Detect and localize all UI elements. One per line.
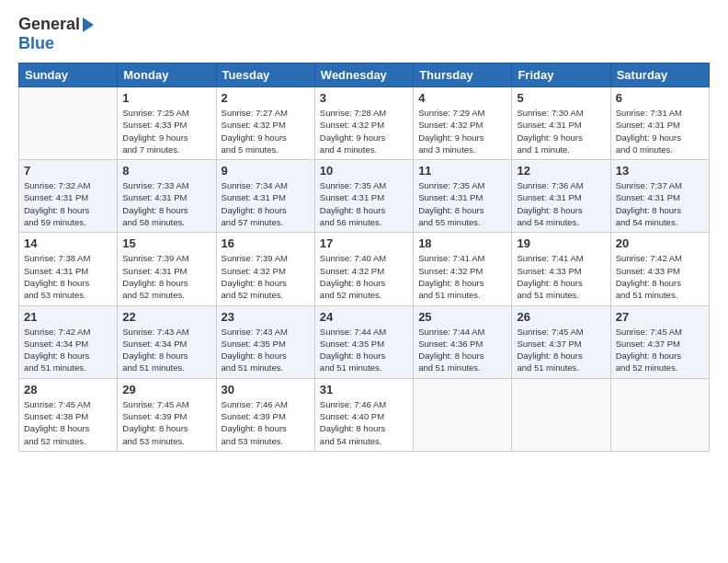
calendar-cell: 30Sunrise: 7:46 AM Sunset: 4:39 PM Dayli…: [216, 378, 314, 451]
day-number: 19: [517, 236, 605, 250]
day-info: Sunrise: 7:39 AM Sunset: 4:32 PM Dayligh…: [222, 252, 310, 301]
calendar-cell: 5Sunrise: 7:30 AM Sunset: 4:31 PM Daylig…: [512, 87, 610, 160]
day-info: Sunrise: 7:45 AM Sunset: 4:37 PM Dayligh…: [517, 326, 605, 374]
calendar-cell: 13Sunrise: 7:37 AM Sunset: 4:31 PM Dayli…: [610, 160, 709, 233]
day-number: 3: [320, 91, 408, 105]
day-number: 31: [320, 383, 408, 396]
calendar-row: 7Sunrise: 7:32 AM Sunset: 4:31 PM Daylig…: [19, 160, 710, 233]
calendar-cell: 26Sunrise: 7:45 AM Sunset: 4:37 PM Dayli…: [512, 305, 610, 378]
day-info: Sunrise: 7:37 AM Sunset: 4:31 PM Dayligh…: [616, 179, 704, 228]
calendar-cell: [512, 378, 610, 451]
day-info: Sunrise: 7:46 AM Sunset: 4:39 PM Dayligh…: [222, 398, 310, 447]
calendar-row: 28Sunrise: 7:45 AM Sunset: 4:38 PM Dayli…: [19, 378, 710, 451]
day-info: Sunrise: 7:38 AM Sunset: 4:31 PM Dayligh…: [24, 252, 112, 301]
calendar-cell: 18Sunrise: 7:41 AM Sunset: 4:32 PM Dayli…: [414, 233, 512, 305]
logo: General Blue: [18, 15, 94, 53]
weekday-header: Wednesday: [314, 63, 413, 87]
day-info: Sunrise: 7:27 AM Sunset: 4:32 PM Dayligh…: [222, 107, 310, 155]
day-number: 14: [24, 236, 112, 250]
day-number: 15: [122, 236, 210, 250]
header: General Blue: [18, 15, 710, 53]
weekday-header: Tuesday: [216, 63, 314, 87]
day-info: Sunrise: 7:44 AM Sunset: 4:36 PM Dayligh…: [418, 326, 506, 374]
calendar-cell: 10Sunrise: 7:35 AM Sunset: 4:31 PM Dayli…: [314, 160, 413, 233]
calendar-cell: 19Sunrise: 7:41 AM Sunset: 4:33 PM Dayli…: [512, 233, 610, 305]
logo-arrow-icon: [83, 17, 94, 32]
day-number: 21: [24, 310, 112, 324]
day-info: Sunrise: 7:25 AM Sunset: 4:33 PM Dayligh…: [122, 107, 210, 155]
calendar-cell: 17Sunrise: 7:40 AM Sunset: 4:32 PM Dayli…: [314, 233, 413, 305]
day-number: 2: [222, 91, 310, 105]
calendar-cell: [19, 87, 118, 160]
calendar-cell: 25Sunrise: 7:44 AM Sunset: 4:36 PM Dayli…: [414, 305, 512, 378]
calendar-cell: 14Sunrise: 7:38 AM Sunset: 4:31 PM Dayli…: [19, 233, 118, 305]
day-number: 10: [320, 164, 408, 178]
day-number: 6: [616, 91, 704, 105]
day-number: 28: [24, 383, 112, 396]
calendar-cell: 23Sunrise: 7:43 AM Sunset: 4:35 PM Dayli…: [216, 305, 314, 378]
calendar-cell: 28Sunrise: 7:45 AM Sunset: 4:38 PM Dayli…: [19, 378, 118, 451]
calendar-cell: [414, 378, 512, 451]
day-number: 27: [616, 310, 704, 324]
day-number: 4: [418, 91, 506, 105]
day-number: 26: [517, 310, 605, 324]
day-info: Sunrise: 7:42 AM Sunset: 4:33 PM Dayligh…: [616, 252, 704, 301]
calendar-cell: 24Sunrise: 7:44 AM Sunset: 4:35 PM Dayli…: [314, 305, 413, 378]
logo-general: General: [18, 15, 80, 34]
day-number: 11: [418, 164, 506, 178]
day-info: Sunrise: 7:35 AM Sunset: 4:31 PM Dayligh…: [418, 179, 506, 228]
day-number: 12: [517, 164, 605, 178]
logo-blue: Blue: [18, 34, 54, 52]
day-number: 20: [616, 236, 704, 250]
calendar-cell: 4Sunrise: 7:29 AM Sunset: 4:32 PM Daylig…: [414, 87, 512, 160]
calendar-cell: 29Sunrise: 7:45 AM Sunset: 4:39 PM Dayli…: [118, 378, 216, 451]
day-info: Sunrise: 7:39 AM Sunset: 4:31 PM Dayligh…: [122, 252, 210, 301]
day-info: Sunrise: 7:41 AM Sunset: 4:32 PM Dayligh…: [418, 252, 506, 301]
calendar-cell: 12Sunrise: 7:36 AM Sunset: 4:31 PM Dayli…: [512, 160, 610, 233]
calendar-cell: 9Sunrise: 7:34 AM Sunset: 4:31 PM Daylig…: [216, 160, 314, 233]
calendar-cell: 16Sunrise: 7:39 AM Sunset: 4:32 PM Dayli…: [216, 233, 314, 305]
day-info: Sunrise: 7:43 AM Sunset: 4:34 PM Dayligh…: [122, 326, 210, 374]
day-info: Sunrise: 7:42 AM Sunset: 4:34 PM Dayligh…: [24, 326, 112, 374]
day-info: Sunrise: 7:32 AM Sunset: 4:31 PM Dayligh…: [24, 179, 112, 228]
day-info: Sunrise: 7:45 AM Sunset: 4:38 PM Dayligh…: [24, 398, 112, 447]
day-info: Sunrise: 7:43 AM Sunset: 4:35 PM Dayligh…: [222, 326, 310, 374]
day-info: Sunrise: 7:40 AM Sunset: 4:32 PM Dayligh…: [320, 252, 408, 301]
day-info: Sunrise: 7:45 AM Sunset: 4:39 PM Dayligh…: [122, 398, 210, 447]
calendar-cell: 8Sunrise: 7:33 AM Sunset: 4:31 PM Daylig…: [118, 160, 216, 233]
day-number: 17: [320, 236, 408, 250]
day-number: 25: [418, 310, 506, 324]
calendar-cell: 3Sunrise: 7:28 AM Sunset: 4:32 PM Daylig…: [314, 87, 413, 160]
weekday-header: Monday: [118, 63, 216, 87]
day-number: 13: [616, 164, 704, 178]
day-info: Sunrise: 7:41 AM Sunset: 4:33 PM Dayligh…: [517, 252, 605, 301]
weekday-header: Thursday: [414, 63, 512, 87]
day-info: Sunrise: 7:31 AM Sunset: 4:31 PM Dayligh…: [616, 107, 704, 155]
day-info: Sunrise: 7:46 AM Sunset: 4:40 PM Dayligh…: [320, 398, 408, 447]
calendar-cell: 21Sunrise: 7:42 AM Sunset: 4:34 PM Dayli…: [19, 305, 118, 378]
day-number: 9: [222, 164, 310, 178]
day-number: 30: [222, 383, 310, 396]
day-info: Sunrise: 7:34 AM Sunset: 4:31 PM Dayligh…: [222, 179, 310, 228]
calendar-row: 21Sunrise: 7:42 AM Sunset: 4:34 PM Dayli…: [19, 305, 710, 378]
calendar-header-row: SundayMondayTuesdayWednesdayThursdayFrid…: [19, 63, 710, 87]
day-info: Sunrise: 7:44 AM Sunset: 4:35 PM Dayligh…: [320, 326, 408, 374]
weekday-header: Saturday: [610, 63, 709, 87]
calendar-cell: 6Sunrise: 7:31 AM Sunset: 4:31 PM Daylig…: [610, 87, 709, 160]
day-info: Sunrise: 7:45 AM Sunset: 4:37 PM Dayligh…: [616, 326, 704, 374]
calendar-cell: 2Sunrise: 7:27 AM Sunset: 4:32 PM Daylig…: [216, 87, 314, 160]
day-info: Sunrise: 7:33 AM Sunset: 4:31 PM Dayligh…: [122, 179, 210, 228]
calendar-cell: 20Sunrise: 7:42 AM Sunset: 4:33 PM Dayli…: [610, 233, 709, 305]
day-info: Sunrise: 7:30 AM Sunset: 4:31 PM Dayligh…: [517, 107, 605, 155]
calendar-cell: 31Sunrise: 7:46 AM Sunset: 4:40 PM Dayli…: [314, 378, 413, 451]
calendar-row: 14Sunrise: 7:38 AM Sunset: 4:31 PM Dayli…: [19, 233, 710, 305]
day-number: 5: [517, 91, 605, 105]
day-number: 23: [222, 310, 310, 324]
day-number: 22: [122, 310, 210, 324]
weekday-header: Sunday: [19, 63, 118, 87]
day-info: Sunrise: 7:28 AM Sunset: 4:32 PM Dayligh…: [320, 107, 408, 155]
calendar-row: 1Sunrise: 7:25 AM Sunset: 4:33 PM Daylig…: [19, 87, 710, 160]
calendar-cell: 27Sunrise: 7:45 AM Sunset: 4:37 PM Dayli…: [610, 305, 709, 378]
calendar-cell: 15Sunrise: 7:39 AM Sunset: 4:31 PM Dayli…: [118, 233, 216, 305]
calendar-cell: 7Sunrise: 7:32 AM Sunset: 4:31 PM Daylig…: [19, 160, 118, 233]
